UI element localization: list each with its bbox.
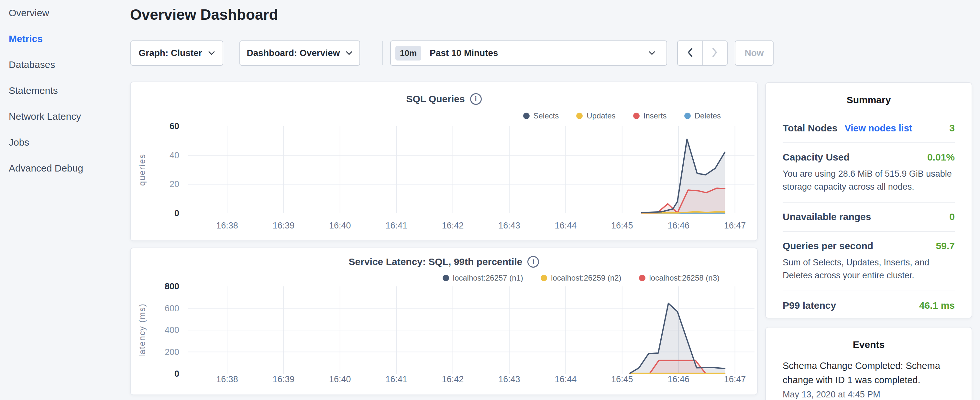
sql-queries-plot[interactable]: 16:3816:3916:4016:4116:4216:4316:4416:45… xyxy=(131,82,757,241)
y-tick-label: 200 xyxy=(165,347,179,357)
x-tick-label: 16:46 xyxy=(667,221,689,230)
dashboard-dropdown[interactable]: Dashboard: Overview xyxy=(239,40,360,66)
chevron-right-icon xyxy=(712,48,718,59)
x-tick-label: 16:39 xyxy=(273,221,295,230)
sidebar-item-statements[interactable]: Statements xyxy=(0,78,129,104)
x-tick-label: 16:43 xyxy=(498,375,520,384)
x-tick-label: 16:44 xyxy=(555,375,577,384)
sql-queries-chart-card: SQL QueriesiSelectsUpdatesInsertsDeletes… xyxy=(130,81,758,241)
summary-row-value: 0 xyxy=(949,211,955,222)
time-range-label: Past 10 Minutes xyxy=(430,48,648,58)
x-tick-label: 16:46 xyxy=(667,375,689,384)
sidebar-item-overview[interactable]: Overview xyxy=(0,0,129,26)
graph-dropdown[interactable]: Graph: Cluster xyxy=(130,40,223,66)
y-tick-label: 400 xyxy=(165,325,179,335)
y-tick-label: 60 xyxy=(170,121,179,131)
now-button[interactable]: Now xyxy=(735,40,773,66)
summary-row: Total NodesView nodes list3 xyxy=(783,114,955,142)
summary-row-value: 3 xyxy=(949,123,955,134)
now-button-label: Now xyxy=(745,48,764,58)
time-step-buttons xyxy=(677,40,728,66)
service-latency-chart-card: Service Latency: SQL, 99th percentileilo… xyxy=(130,247,758,395)
x-tick-label: 16:38 xyxy=(216,375,238,384)
y-tick-label: 0 xyxy=(174,369,179,379)
x-tick-label: 16:38 xyxy=(216,221,238,230)
events-title: Events xyxy=(783,339,955,350)
events-panel: Events Schema Change Completed: Schema c… xyxy=(765,327,972,400)
summary-row-value: 59.7 xyxy=(936,241,955,252)
sidebar-item-jobs[interactable]: Jobs xyxy=(0,129,129,155)
x-tick-label: 16:40 xyxy=(329,375,351,384)
sidebar: OverviewMetricsDatabasesStatementsNetwor… xyxy=(0,0,129,400)
graph-dropdown-label: Graph: Cluster xyxy=(138,48,202,58)
y-axis-label: latency (ms) xyxy=(137,303,147,357)
summary-row: Queries per second59.7Sum of Selects, Up… xyxy=(783,231,955,291)
summary-row-description: You are using 28.6 MiB of 515.9 GiB usab… xyxy=(783,167,955,193)
sidebar-item-advanced-debug[interactable]: Advanced Debug xyxy=(0,155,129,181)
summary-panel: Summary Total NodesView nodes list3Capac… xyxy=(765,82,972,319)
service-latency-sql-99th-percentile-plot[interactable]: 16:3816:3916:4016:4116:4216:4316:4416:45… xyxy=(131,248,757,395)
x-tick-label: 16:47 xyxy=(724,221,746,230)
event-list-item[interactable]: Schema Change Completed: Schema change w… xyxy=(783,359,955,400)
chevron-down-icon xyxy=(345,51,353,55)
summary-row-label: Capacity Used xyxy=(783,152,850,163)
summary-row-label: Unavailable ranges xyxy=(783,211,871,222)
summary-row-label: Total Nodes xyxy=(783,123,837,134)
chevron-down-icon xyxy=(208,51,215,55)
y-tick-label: 0 xyxy=(174,209,179,218)
summary-row: P99 latency46.1 ms xyxy=(783,291,955,320)
summary-title: Summary xyxy=(783,94,955,105)
x-tick-label: 16:43 xyxy=(498,221,520,230)
x-tick-label: 16:40 xyxy=(329,221,351,230)
x-tick-label: 16:42 xyxy=(442,375,464,384)
y-tick-label: 40 xyxy=(170,150,179,160)
x-tick-label: 16:47 xyxy=(724,375,746,384)
chevron-down-icon xyxy=(648,51,655,55)
chevron-left-icon xyxy=(687,48,693,59)
summary-row-value: 46.1 ms xyxy=(919,300,955,311)
x-tick-label: 16:42 xyxy=(442,221,464,230)
summary-row-description: Sum of Selects, Updates, Inserts, and De… xyxy=(783,256,955,282)
summary-row: Capacity Used0.01%You are using 28.6 MiB… xyxy=(783,142,955,202)
summary-row-label: P99 latency xyxy=(783,300,836,311)
y-tick-label: 600 xyxy=(165,304,179,313)
x-tick-label: 16:39 xyxy=(273,375,295,384)
toolbar-divider xyxy=(382,41,383,65)
time-range-selector[interactable]: 10m Past 10 Minutes xyxy=(390,40,667,66)
x-tick-label: 16:45 xyxy=(611,221,633,230)
summary-row-label: Queries per second xyxy=(783,241,873,252)
view-nodes-list-link[interactable]: View nodes list xyxy=(845,123,912,134)
summary-row: Unavailable ranges0 xyxy=(783,202,955,231)
sidebar-item-metrics[interactable]: Metrics xyxy=(0,26,129,52)
x-tick-label: 16:41 xyxy=(385,375,407,384)
y-axis-label: queries xyxy=(137,154,147,186)
x-tick-label: 16:45 xyxy=(611,375,633,384)
y-tick-label: 800 xyxy=(165,282,179,291)
sidebar-item-network-latency[interactable]: Network Latency xyxy=(0,104,129,129)
y-tick-label: 20 xyxy=(170,179,179,189)
time-step-forward-button-disabled[interactable] xyxy=(703,41,727,65)
sidebar-item-databases[interactable]: Databases xyxy=(0,52,129,78)
time-step-back-button[interactable] xyxy=(678,41,702,65)
x-tick-label: 16:44 xyxy=(555,221,577,230)
event-message: Schema Change Completed: Schema change w… xyxy=(783,359,955,387)
event-timestamp: May 13, 2020 at 4:45 PM xyxy=(783,390,955,400)
time-range-badge: 10m xyxy=(395,46,421,61)
page-title: Overview Dashboard xyxy=(130,6,278,23)
summary-row-value: 0.01% xyxy=(927,152,955,163)
x-tick-label: 16:41 xyxy=(385,221,407,230)
dashboard-dropdown-label: Dashboard: Overview xyxy=(247,48,340,58)
